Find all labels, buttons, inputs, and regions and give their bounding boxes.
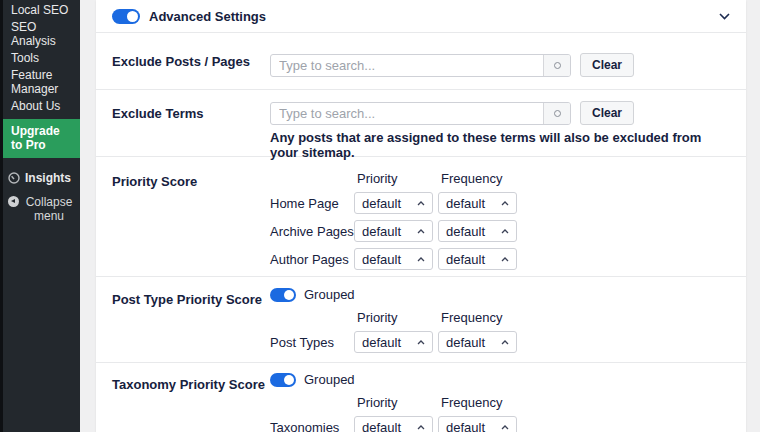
chevron-up-icon — [501, 201, 509, 206]
sidebar-item-about-us[interactable]: About Us — [3, 98, 80, 115]
home-page-frequency-select[interactable]: default — [438, 192, 517, 214]
chevron-up-icon — [417, 425, 425, 430]
exclude-posts-search-group — [270, 54, 571, 77]
post-type-grouped-row: Grouped — [270, 287, 730, 302]
gauge-icon — [8, 172, 20, 184]
post-types-label: Post Types — [270, 335, 354, 350]
exclude-terms-clear-button[interactable]: Clear — [580, 101, 634, 125]
sidebar-item-tools[interactable]: Tools — [3, 50, 80, 67]
author-pages-label: Author Pages — [270, 252, 354, 267]
chevron-down-icon[interactable] — [719, 13, 730, 20]
exclude-posts-label: Exclude Posts / Pages — [112, 33, 270, 89]
post-type-grouped-toggle[interactable] — [270, 288, 296, 302]
sidebar-item-label: Insights — [25, 171, 71, 185]
post-type-headers: Priority Frequency — [270, 309, 730, 325]
exclude-terms-search-input[interactable] — [271, 103, 543, 124]
exclude-terms-label: Exclude Terms — [112, 90, 270, 156]
archive-pages-frequency-select[interactable]: default — [438, 220, 517, 242]
admin-sidebar: Local SEO SEO Analysis Tools Feature Man… — [0, 0, 80, 432]
priority-score-headers: Priority Frequency — [270, 170, 730, 186]
author-pages-row: Author Pages default default — [270, 248, 730, 270]
exclude-posts-clear-button[interactable]: Clear — [580, 53, 634, 77]
main-content: Advanced Settings Exclude Posts / Pages — [80, 0, 760, 432]
chevron-up-icon — [417, 229, 425, 234]
sitemap-settings-card: Advanced Settings Exclude Posts / Pages — [96, 0, 746, 432]
exclude-terms-search-group — [270, 102, 571, 125]
post-type-priority-label: Post Type Priority Score — [112, 277, 270, 362]
advanced-settings-bar: Advanced Settings — [96, 0, 746, 33]
taxonomies-row: Taxonomies default default — [270, 416, 730, 432]
priority-column-header: Priority — [354, 310, 438, 325]
grouped-label: Grouped — [304, 372, 355, 387]
chevron-up-icon — [501, 340, 509, 345]
priority-score-label: Priority Score — [112, 157, 270, 276]
advanced-settings-label: Advanced Settings — [149, 9, 266, 24]
taxonomies-label: Taxonomies — [270, 420, 354, 432]
target-icon[interactable] — [543, 55, 570, 76]
exclude-posts-search-input[interactable] — [271, 55, 543, 76]
post-types-frequency-select[interactable]: default — [438, 331, 517, 353]
sidebar-item-local-seo[interactable]: Local SEO — [3, 2, 80, 19]
chevron-up-icon — [417, 201, 425, 206]
chevron-up-icon — [417, 257, 425, 262]
post-types-priority-select[interactable]: default — [354, 331, 433, 353]
home-page-priority-select[interactable]: default — [354, 192, 433, 214]
archive-pages-row: Archive Pages default default — [270, 220, 730, 242]
sidebar-item-upgrade-to-pro[interactable]: Upgrade to Pro — [3, 119, 80, 158]
chevron-up-icon — [417, 340, 425, 345]
frequency-column-header: Frequency — [438, 395, 522, 410]
author-pages-frequency-select[interactable]: default — [438, 248, 517, 270]
post-type-priority-section: Post Type Priority Score Grouped Priorit… — [96, 277, 746, 363]
taxonomy-grouped-toggle[interactable] — [270, 373, 296, 387]
grouped-label: Grouped — [304, 287, 355, 302]
priority-column-header: Priority — [354, 395, 438, 410]
home-page-label: Home Page — [270, 196, 354, 211]
taxonomy-headers: Priority Frequency — [270, 394, 730, 410]
archive-pages-label: Archive Pages — [270, 224, 354, 239]
chevron-up-icon — [501, 229, 509, 234]
home-page-row: Home Page default default — [270, 192, 730, 214]
sidebar-item-feature-manager[interactable]: Feature Manager — [3, 67, 80, 98]
post-types-row: Post Types default default — [270, 331, 730, 353]
collapse-arrow-icon — [8, 196, 19, 207]
priority-score-section: Priority Score Priority Frequency Home P… — [96, 157, 746, 277]
exclude-posts-row: Exclude Posts / Pages Clear — [96, 33, 746, 90]
target-icon[interactable] — [543, 103, 570, 124]
priority-column-header: Priority — [354, 171, 438, 186]
archive-pages-priority-select[interactable]: default — [354, 220, 433, 242]
frequency-column-header: Frequency — [438, 171, 522, 186]
taxonomy-priority-section: Taxonomy Priority Score Grouped Priority… — [96, 363, 746, 432]
author-pages-priority-select[interactable]: default — [354, 248, 433, 270]
exclude-terms-row: Exclude Terms Clear Any posts that are a… — [96, 90, 746, 157]
collapse-menu-button[interactable]: Collapse menu — [3, 189, 80, 227]
sidebar-item-insights[interactable]: Insights — [3, 167, 80, 189]
sidebar-item-seo-analysis[interactable]: SEO Analysis — [3, 19, 80, 50]
taxonomy-priority-label: Taxonomy Priority Score — [112, 363, 270, 432]
frequency-column-header: Frequency — [438, 310, 522, 325]
exclude-terms-description: Any posts that are assigned to these ter… — [270, 130, 730, 160]
taxonomies-priority-select[interactable]: default — [354, 416, 433, 432]
chevron-up-icon — [501, 257, 509, 262]
chevron-up-icon — [501, 425, 509, 430]
taxonomies-frequency-select[interactable]: default — [438, 416, 517, 432]
taxonomy-grouped-row: Grouped — [270, 372, 730, 387]
sidebar-separator — [3, 158, 80, 167]
collapse-menu-label: Collapse menu — [24, 195, 74, 223]
advanced-settings-toggle[interactable] — [112, 9, 140, 24]
